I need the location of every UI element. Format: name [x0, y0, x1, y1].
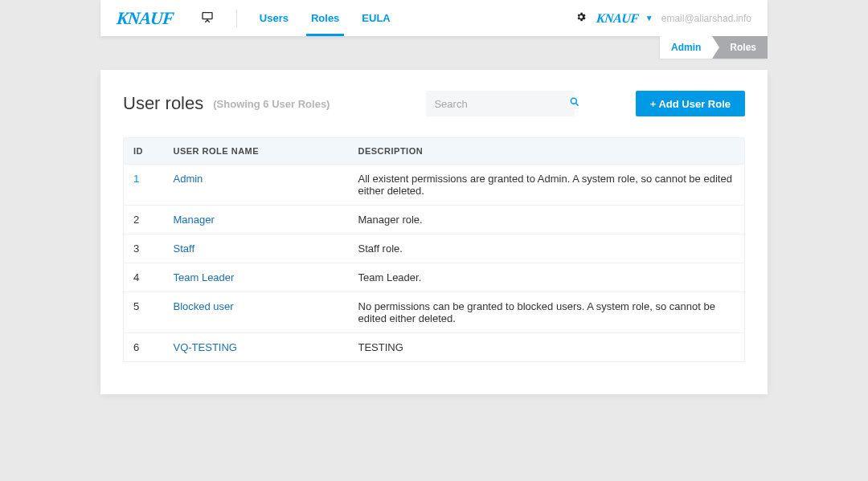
- cell-desc: No permissions can be granted to blocked…: [349, 292, 745, 333]
- content-panel: User roles (Showing 6 User Roles) + Add …: [100, 70, 768, 394]
- presentation-icon[interactable]: [201, 10, 214, 26]
- cell-id: 2: [124, 206, 164, 234]
- panel-header: User roles (Showing 6 User Roles) + Add …: [123, 91, 745, 116]
- table-row[interactable]: 6 VQ-TESTING TESTING: [124, 333, 745, 362]
- col-name: USER ROLE NAME: [164, 138, 349, 165]
- cell-id: 6: [124, 333, 164, 362]
- search-input[interactable]: [434, 98, 569, 110]
- role-link[interactable]: VQ-TESTING: [174, 341, 237, 353]
- user-email[interactable]: email@aliarshad.info: [661, 13, 751, 24]
- cell-desc: All existent permissions are granted to …: [349, 165, 745, 206]
- role-link[interactable]: Admin: [174, 173, 203, 185]
- table-row[interactable]: 2 Manager Manager role.: [124, 206, 745, 234]
- divider: [236, 10, 237, 27]
- cell-desc: Manager role.: [349, 206, 745, 234]
- cell-id: 4: [124, 263, 164, 292]
- cell-id: 3: [124, 234, 164, 263]
- svg-rect-0: [203, 12, 212, 18]
- table-header-row: ID USER ROLE NAME DESCRIPTION: [124, 138, 745, 165]
- col-desc: DESCRIPTION: [349, 138, 745, 165]
- cell-desc: Team Leader.: [349, 263, 745, 292]
- roles-table: ID USER ROLE NAME DESCRIPTION 1 Admin Al…: [123, 137, 745, 362]
- chevron-down-icon[interactable]: ▼: [645, 14, 653, 22]
- page-title: User roles: [123, 93, 203, 114]
- breadcrumb: Admin Roles: [100, 36, 768, 59]
- breadcrumb-roles: Roles: [712, 36, 768, 59]
- role-link[interactable]: Manager: [174, 214, 215, 226]
- nav-eula[interactable]: EULA: [362, 2, 390, 35]
- nav-users[interactable]: Users: [260, 2, 289, 35]
- svg-point-1: [571, 98, 577, 104]
- search-box[interactable]: [426, 91, 575, 116]
- role-link[interactable]: Blocked user: [174, 300, 234, 312]
- add-user-role-button[interactable]: + Add User Role: [636, 91, 745, 116]
- col-id: ID: [124, 138, 164, 165]
- role-link[interactable]: Staff: [174, 243, 195, 255]
- cell-id: 1: [124, 165, 164, 206]
- table-row[interactable]: 3 Staff Staff role.: [124, 234, 745, 263]
- brand-logo-small[interactable]: KNAUF: [596, 11, 639, 26]
- page-subtitle: (Showing 6 User Roles): [213, 98, 330, 110]
- table-row[interactable]: 4 Team Leader Team Leader.: [124, 263, 745, 292]
- cell-desc: Staff role.: [349, 234, 745, 263]
- brand-logo: KNAUF: [116, 10, 174, 27]
- table-row[interactable]: 5 Blocked user No permissions can be gra…: [124, 292, 745, 333]
- table-row[interactable]: 1 Admin All existent permissions are gra…: [124, 165, 745, 206]
- nav-roles[interactable]: Roles: [311, 2, 339, 35]
- main-nav: Users Roles EULA: [260, 2, 391, 35]
- cell-desc: TESTING: [349, 333, 745, 362]
- gear-icon[interactable]: [575, 11, 587, 26]
- top-bar: KNAUF Users Roles EULA KNAUF ▼ email@ali…: [100, 0, 768, 36]
- cell-id: 5: [124, 292, 164, 333]
- breadcrumb-admin[interactable]: Admin: [660, 36, 712, 59]
- role-link[interactable]: Team Leader: [174, 271, 235, 283]
- search-icon[interactable]: [569, 96, 580, 111]
